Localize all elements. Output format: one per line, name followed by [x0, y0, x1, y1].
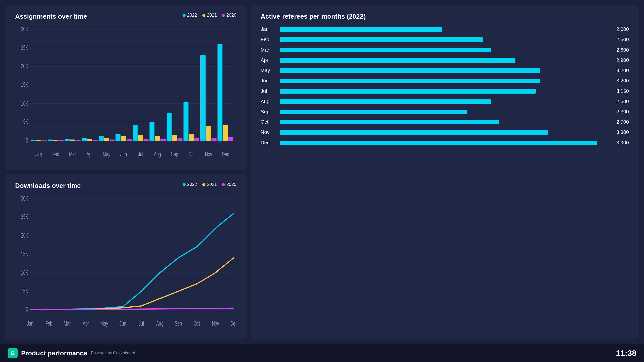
svg-rect-47: [172, 135, 177, 141]
svg-rect-24: [76, 140, 81, 141]
svg-rect-36: [127, 139, 132, 141]
svg-text:30K: 30K: [21, 26, 28, 32]
svg-text:30K: 30K: [21, 195, 28, 202]
svg-rect-59: [223, 125, 228, 141]
dl-legend-label-2021: 2021: [207, 182, 217, 187]
svg-text:10K: 10K: [21, 100, 28, 107]
referee-bar-container: [280, 79, 605, 83]
referee-bar: [280, 48, 491, 52]
svg-rect-31: [104, 138, 109, 141]
svg-text:Sep: Sep: [175, 320, 182, 327]
svg-rect-56: [212, 138, 217, 141]
referee-row: Apr 2,900: [261, 57, 629, 63]
dl-legend-label-2020: 2020: [226, 182, 236, 187]
dl-legend-2022: 2022: [183, 182, 197, 187]
legend-dot-2021: [202, 14, 205, 17]
legend-label-2021: 2021: [207, 13, 217, 18]
referee-bar: [280, 58, 515, 63]
referee-bar-container: [280, 58, 605, 63]
svg-text:Dec: Dec: [230, 320, 236, 327]
referee-month: Mar: [261, 47, 276, 53]
legend-2020: 2020: [222, 13, 236, 18]
referee-row: Mar 2,600: [261, 47, 629, 53]
svg-rect-32: [110, 140, 115, 141]
referee-bar: [280, 68, 540, 73]
referee-value: 3,300: [609, 129, 629, 135]
referee-bar: [280, 99, 491, 104]
referee-row: Jan 2,000: [261, 26, 629, 32]
footer-left: G Product performance Powered by Geckobo…: [8, 348, 135, 358]
svg-rect-30: [99, 136, 104, 141]
referee-value: 2,600: [609, 47, 629, 53]
svg-rect-15: [36, 140, 41, 141]
downloads-legend: 2022 2021 2020: [183, 182, 236, 187]
svg-text:Feb: Feb: [52, 151, 59, 158]
referee-bar: [280, 37, 483, 42]
left-panel: Assignments over time 2022 2021 2020 05K…: [5, 5, 247, 339]
svg-text:Aug: Aug: [154, 151, 161, 158]
svg-rect-27: [87, 139, 92, 141]
referee-value: 3,900: [609, 140, 629, 146]
referee-bar: [280, 89, 536, 94]
svg-rect-38: [133, 125, 138, 141]
svg-rect-60: [228, 137, 233, 141]
svg-rect-22: [65, 139, 70, 141]
referee-month: Jun: [261, 78, 276, 84]
referee-bar: [280, 79, 540, 83]
referee-bar-container: [280, 48, 605, 52]
svg-rect-54: [200, 55, 206, 141]
referee-bar-container: [280, 27, 605, 32]
svg-text:Sep: Sep: [171, 151, 178, 158]
svg-text:G: G: [10, 350, 15, 356]
svg-rect-44: [160, 139, 166, 141]
svg-text:25K: 25K: [21, 44, 28, 51]
svg-rect-19: [53, 140, 58, 141]
svg-rect-50: [184, 102, 189, 141]
svg-text:Oct: Oct: [194, 320, 200, 327]
svg-text:10K: 10K: [21, 269, 28, 276]
svg-rect-14: [31, 140, 36, 141]
legend-dot-2022: [183, 14, 186, 17]
referee-month: Nov: [261, 129, 276, 135]
svg-text:May: May: [103, 151, 111, 158]
svg-text:5K: 5K: [23, 118, 28, 125]
line-chart-svg: 05K10K15K20K25K30KJanFebMarAprMayJunJulA…: [15, 195, 236, 330]
svg-text:Jun: Jun: [119, 320, 126, 327]
dl-legend-dot-2021: [202, 183, 205, 186]
svg-rect-52: [194, 138, 199, 141]
svg-text:May: May: [100, 320, 108, 327]
dl-legend-dot-2020: [222, 183, 225, 186]
svg-rect-28: [93, 140, 98, 141]
svg-text:Jan: Jan: [35, 151, 42, 158]
referee-month: Oct: [261, 119, 276, 125]
referee-row: Dec 3,900: [261, 140, 629, 146]
svg-text:0: 0: [26, 306, 28, 313]
referee-bar-container: [280, 37, 605, 42]
svg-text:15K: 15K: [21, 81, 28, 88]
svg-text:Apr: Apr: [83, 320, 89, 327]
svg-text:Jul: Jul: [138, 151, 143, 158]
referee-month: Apr: [261, 57, 276, 63]
referee-row: Jul 3,150: [261, 88, 629, 94]
referee-value: 2,700: [609, 119, 629, 125]
svg-text:Oct: Oct: [188, 151, 195, 158]
legend-label-2020: 2020: [226, 13, 236, 18]
referee-month: Sep: [261, 109, 276, 115]
svg-rect-23: [70, 140, 75, 141]
svg-text:Jan: Jan: [27, 320, 33, 327]
svg-text:Dec: Dec: [222, 151, 229, 158]
referee-month: Feb: [261, 37, 276, 42]
svg-text:Aug: Aug: [156, 320, 163, 327]
referee-bar-container: [280, 99, 605, 104]
referee-value: 2,300: [609, 109, 629, 115]
footer-time: 11:38: [616, 349, 636, 358]
referee-bar-container: [280, 130, 605, 135]
footer-title: Product performance: [21, 349, 87, 357]
svg-rect-34: [116, 134, 121, 141]
svg-rect-55: [206, 126, 211, 141]
referee-bar: [280, 27, 442, 32]
downloads-chart-area: 05K10K15K20K25K30KJanFebMarAprMayJunJulA…: [15, 195, 236, 330]
referee-value: 2,500: [609, 37, 629, 42]
legend-2022: 2022: [183, 13, 197, 18]
svg-rect-46: [167, 113, 172, 141]
